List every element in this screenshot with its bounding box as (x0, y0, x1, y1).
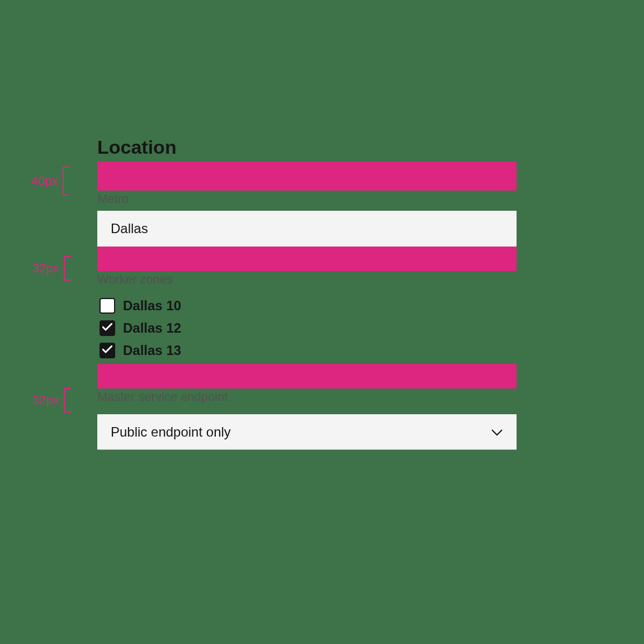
worker-zone-row: Dallas 13 (97, 339, 517, 362)
check-icon (102, 323, 112, 333)
endpoint-value: Public endpoint only (111, 424, 231, 440)
highlight-spacer-32a (97, 247, 517, 271)
highlight-spacer-40 (97, 162, 517, 191)
metro-input[interactable]: Dallas (97, 211, 517, 247)
chevron-down-icon (491, 424, 503, 440)
check-icon (102, 345, 112, 356)
checkbox-label: Dallas 10 (123, 298, 181, 314)
spacing-bracket-32a (64, 256, 70, 281)
checkbox-label: Dallas 13 (123, 343, 181, 358)
worker-zone-row: Dallas 10 (97, 295, 517, 317)
checkbox-dallas-10[interactable] (100, 298, 115, 314)
location-section: Location Metro Dallas Worker zones Dalla… (97, 136, 517, 450)
endpoint-select[interactable]: Public endpoint only (97, 414, 517, 450)
metro-label: Metro (97, 191, 517, 211)
spacing-label-32a: 32px (32, 261, 59, 276)
worker-zones-label: Worker zones (97, 271, 517, 291)
section-title: Location (97, 136, 517, 158)
highlight-spacer-32b (97, 364, 517, 389)
worker-zones-group: Dallas 10 Dallas 12 Dallas 13 (97, 291, 517, 362)
checkbox-label: Dallas 12 (123, 320, 181, 336)
worker-zone-row: Dallas 12 (97, 317, 517, 339)
spacing-label-40: 40px (31, 174, 58, 188)
metro-value: Dallas (111, 221, 148, 236)
spacing-bracket-32b (64, 388, 70, 413)
endpoint-label: Master service endpoint (97, 389, 517, 409)
checkbox-dallas-12[interactable] (100, 320, 115, 336)
spacing-label-32b: 32px (32, 393, 59, 408)
spacing-bracket-40 (63, 167, 69, 196)
checkbox-dallas-13[interactable] (100, 343, 115, 358)
